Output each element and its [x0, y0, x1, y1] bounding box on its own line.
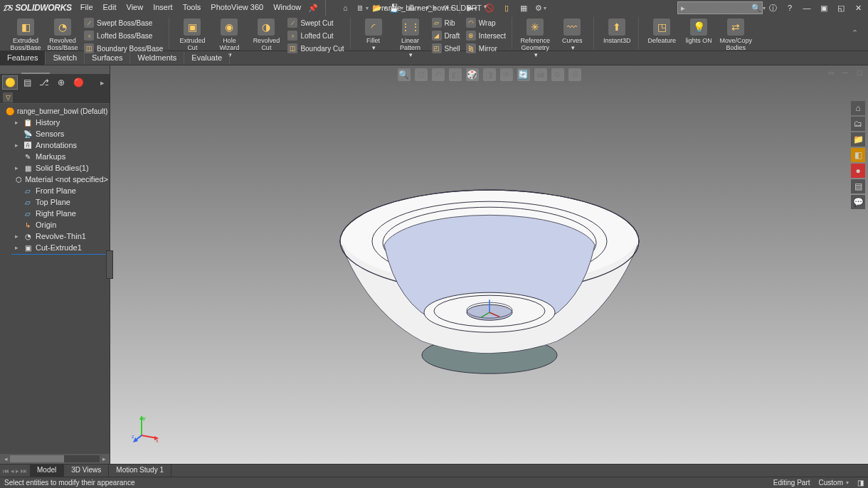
render-icon[interactable]: 🖥	[568, 68, 581, 81]
feature-tree-icon[interactable]: 🟡	[2, 75, 18, 90]
search-box[interactable]: ▸ 🔍 ▾	[677, 1, 763, 14]
menu-edit[interactable]: Edit	[99, 1, 121, 14]
menu-file[interactable]: File	[76, 1, 97, 14]
vtab-last-icon[interactable]: ⏭	[21, 467, 27, 474]
tree-history[interactable]: ▸📋History	[11, 117, 110, 128]
tab-features[interactable]: Features	[0, 51, 46, 65]
search-input[interactable]	[687, 4, 751, 12]
view-tab-model[interactable]: Model	[30, 465, 64, 477]
settings-icon[interactable]: ⚙▾	[534, 1, 547, 14]
menu-insert[interactable]: Insert	[149, 1, 177, 14]
tree-front-plane[interactable]: ▱Front Plane	[11, 185, 110, 196]
revolved-boss-button[interactable]: ◔Revolved Boss/Base	[46, 17, 80, 51]
view-orient-icon[interactable]: 🎲	[466, 68, 479, 81]
tree-revolve-thin[interactable]: ▸◔Revolve-Thin1	[11, 230, 110, 242]
maximize-icon[interactable]: ◱	[834, 1, 848, 14]
draft-button[interactable]: ◢Draft	[430, 30, 462, 41]
swept-boss-button[interactable]: ⟋Swept Boss/Base	[83, 17, 164, 28]
revolved-cut-button[interactable]: ◑Revolved Cut	[249, 17, 283, 51]
scroll-left-icon[interactable]: ◂	[1, 455, 10, 462]
help-icon[interactable]: ⓘ	[766, 1, 780, 14]
shell-button[interactable]: ◰Shell	[430, 43, 462, 54]
scene-icon[interactable]: 🏔	[534, 68, 547, 81]
tree-markups[interactable]: ✎Markups	[11, 151, 110, 162]
tree-top-plane[interactable]: ▱Top Plane	[11, 196, 110, 208]
curves-button[interactable]: 〰Curves▾	[555, 17, 589, 51]
panel-grip[interactable]	[106, 250, 113, 279]
dimxpert-icon[interactable]: ⊕	[53, 75, 69, 90]
view-tab-motion[interactable]: Motion Study 1	[109, 465, 171, 477]
zoom-area-icon[interactable]: ⊡	[415, 68, 428, 81]
lofted-cut-button[interactable]: ⬨Lofted Cut	[286, 30, 345, 41]
tab-surfaces[interactable]: Surfaces	[85, 51, 130, 65]
minimize-icon[interactable]: —	[800, 1, 814, 14]
zoom-fit-icon[interactable]: 🔍	[398, 68, 411, 81]
menu-window[interactable]: Window	[269, 1, 305, 14]
tree-cut-extrude[interactable]: ▸▣Cut-Extrude1	[11, 242, 110, 253]
move-copy-button[interactable]: ⇄Move/Copy Bodies	[719, 17, 753, 51]
pin-icon[interactable]: 📌	[307, 1, 319, 14]
fillet-button[interactable]: ◜Fillet▾	[356, 17, 391, 51]
close-icon[interactable]: ✕	[851, 1, 865, 14]
vtab-prev-icon[interactable]: ◂	[11, 467, 14, 474]
rib-button[interactable]: ▱Rib	[430, 17, 462, 28]
taskpane-explorer-icon[interactable]: 📁	[851, 132, 865, 147]
lights-on-button[interactable]: 💡lights ON	[682, 17, 716, 44]
status-custom-button[interactable]: Custom ▾	[819, 479, 849, 487]
tab-weldments[interactable]: Weldments	[130, 51, 184, 65]
tab-sketch[interactable]: Sketch	[46, 51, 85, 65]
ribbon-collapse-icon[interactable]: ⌃	[846, 17, 864, 49]
home-icon[interactable]: ⌂	[339, 1, 351, 14]
taskpane-view-icon[interactable]: ◧	[851, 148, 865, 162]
grid-icon[interactable]: ▦	[517, 1, 530, 14]
tree-annotations[interactable]: ▸🅰Annotations	[11, 139, 110, 151]
taskpane-home-icon[interactable]: ⌂	[851, 101, 865, 115]
vtab-first-icon[interactable]: ⏮	[3, 467, 9, 474]
vp-max-icon[interactable]: ▢	[854, 68, 865, 77]
property-manager-icon[interactable]: ▤	[19, 75, 35, 90]
taskpane-forum-icon[interactable]: 💬	[851, 195, 865, 209]
view-tab-3dviews[interactable]: 3D Views	[64, 465, 109, 477]
config-manager-icon[interactable]: ⎇	[36, 75, 52, 90]
tab-evaluate[interactable]: Evaluate	[184, 51, 230, 65]
vp-hide-icon[interactable]: ▭	[825, 68, 837, 77]
filter-icon[interactable]: ▽	[3, 92, 13, 102]
taskpane-appearance-icon[interactable]: ●	[851, 164, 865, 178]
instant3d-button[interactable]: ⬆Instant3D	[600, 17, 634, 44]
extruded-cut-button[interactable]: ▣Extruded Cut	[175, 17, 209, 51]
restore-icon[interactable]: ▣	[817, 1, 831, 14]
lofted-boss-button[interactable]: ⬨Lofted Boss/Base	[83, 30, 164, 41]
tree-sensors[interactable]: 📡Sensors	[11, 128, 110, 139]
linear-pattern-button[interactable]: ⋮⋮Linear Pattern▾	[393, 17, 428, 58]
whatsnew-icon[interactable]: ?	[783, 1, 797, 14]
section-view-icon[interactable]: ◧	[449, 68, 462, 81]
taskpane-library-icon[interactable]: 🗂	[851, 117, 865, 131]
panel-arrow-icon[interactable]: ▸	[97, 78, 107, 87]
tree-rollback-bar[interactable]	[11, 254, 110, 255]
extruded-boss-button[interactable]: ◧Extruded Boss/Base	[9, 17, 43, 51]
panel-mini-tabs[interactable]	[0, 65, 110, 74]
vtab-next-icon[interactable]: ▸	[16, 467, 19, 474]
swept-cut-button[interactable]: ⟋Swept Cut	[286, 17, 345, 28]
wrap-button[interactable]: ◠Wrap	[465, 17, 507, 28]
appearance-icon[interactable]: 🔄	[517, 68, 530, 81]
status-unit-icon[interactable]: ◨	[857, 479, 864, 487]
taskpane-props-icon[interactable]: ▤	[851, 179, 865, 193]
graphics-viewport[interactable]: 🔍 ⊡ ↶ ◧ 🎲 ◨ 👁 🔄 🏔 ⚙ 🖥 ▭ — ▢ ⌂ 🗂 📁 ◧ ● ▤ …	[110, 65, 868, 464]
tree-right-plane[interactable]: ▱Right Plane	[11, 208, 110, 219]
vp-min-icon[interactable]: —	[840, 68, 851, 77]
menu-tools[interactable]: Tools	[179, 1, 206, 14]
tree-filter-bar[interactable]: ▽	[0, 91, 110, 104]
tree-h-scrollbar[interactable]: ◂ ▸	[0, 454, 110, 464]
mirror-button[interactable]: ⧎Mirror	[465, 43, 507, 54]
tree-solid-bodies[interactable]: ▸▦Solid Bodies(1)	[11, 162, 110, 174]
prev-view-icon[interactable]: ↶	[432, 68, 445, 81]
scroll-right-icon[interactable]: ▸	[100, 455, 108, 462]
options-icon[interactable]: ▯	[500, 1, 513, 14]
reference-geometry-button[interactable]: ✳Reference Geometry▾	[518, 17, 552, 58]
new-icon[interactable]: 🗎▾	[356, 1, 369, 14]
menu-photoview[interactable]: PhotoView 360	[206, 1, 268, 14]
display-style-icon[interactable]: ◨	[483, 68, 496, 81]
view-settings-icon[interactable]: ⚙	[551, 68, 564, 81]
tree-material[interactable]: ⬡Material <not specified>	[11, 174, 110, 185]
